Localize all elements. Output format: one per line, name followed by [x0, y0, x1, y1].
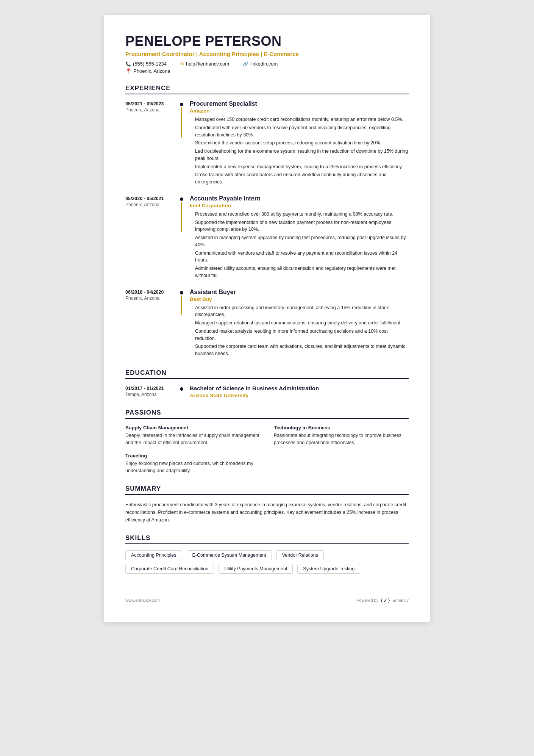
exp-location-1: Phoenix, Arizona	[125, 107, 178, 113]
education-item-1: 01/2017 - 01/2021 Tempe, Arizona Bachelo…	[125, 385, 409, 398]
exp-line-3	[181, 296, 182, 315]
candidate-name: PENELOPE PETERSON	[125, 33, 409, 49]
exp-company-2: Intel Corporation	[190, 203, 409, 208]
edu-dates-1: 01/2017 - 01/2021	[125, 385, 178, 391]
footer: www.enhancv.com Powered by ⟨✓⟩ Enhancv	[125, 592, 409, 604]
bullet-item: Coordinated with over 50 vendors to reso…	[190, 124, 409, 139]
passion-title-3: Traveling	[125, 453, 260, 459]
passion-item-1: Supply Chain Management Deeply intereste…	[125, 425, 260, 446]
exp-dates-3: 06/2018 - 04/2020	[125, 289, 178, 295]
passion-item-3: Traveling Enjoy exploring new places and…	[125, 453, 260, 474]
brand-icon: ⟨✓⟩	[381, 597, 390, 604]
experience-heading: EXPERIENCE	[125, 85, 409, 94]
experience-item-2: 05/2020 - 05/2021 Phoenix, Arizona Accou…	[125, 195, 409, 280]
bullet-item: Assisted in order processing and invento…	[190, 304, 409, 319]
summary-text: Enthusiastic procurement coordinator wit…	[125, 501, 409, 524]
exp-bullets-1: Managed over 150 corporate credit card r…	[190, 116, 409, 186]
exp-line-1	[181, 107, 182, 138]
exp-location-2: Phoenix, Arizona	[125, 202, 178, 207]
location-icon: 📍	[125, 68, 131, 74]
bullet-item: Conducted market analysis resulting in m…	[190, 328, 409, 342]
bullet-item: Cross-trained with other coordinators an…	[190, 171, 409, 186]
skills-rows: Accounting Principles E-Commerce System …	[125, 550, 409, 574]
exp-role-1: Procurement Specialist	[190, 100, 409, 107]
experience-item-3: 06/2018 - 04/2020 Phoenix, Arizona Assis…	[125, 289, 409, 358]
skills-heading: SKILLS	[125, 534, 409, 544]
linkedin-contact: 🔗 linkedin.com	[243, 61, 278, 67]
bullet-item: Supported the implementation of a new ta…	[190, 219, 409, 233]
exp-timeline-3	[178, 289, 184, 315]
bullet-item: Administered utility accounts, ensuring …	[190, 265, 409, 279]
linkedin-icon: 🔗	[243, 61, 248, 67]
skill-badge-5: Utility Payments Management	[219, 564, 293, 574]
location-text: Phoenix, Arizona	[133, 68, 170, 74]
exp-line-2	[181, 202, 182, 232]
location-row: 📍 Phoenix, Arizona	[125, 68, 409, 74]
edu-school-1: Arizona State University	[190, 393, 409, 398]
exp-dates-1: 06/2021 - 09/2023	[125, 100, 178, 106]
skills-section: SKILLS Accounting Principles E-Commerce …	[125, 534, 409, 574]
header-section: PENELOPE PETERSON Procurement Coordinato…	[125, 33, 409, 74]
email-contact: ✉ help@enhancv.com	[180, 61, 229, 67]
skills-row-1: Accounting Principles E-Commerce System …	[125, 550, 409, 560]
skill-badge-6: System Upgrade Testing	[297, 564, 360, 574]
passion-desc-3: Enjoy exploring new places and cultures,…	[125, 460, 260, 474]
exp-content-3: Assistant Buyer Best Buy Assisted in ord…	[184, 289, 409, 358]
passion-item-2: Technology in Business Passionate about …	[274, 425, 409, 446]
exp-dot-2	[180, 197, 183, 201]
exp-dates-2: 05/2020 - 05/2021	[125, 195, 178, 201]
exp-left-3: 06/2018 - 04/2020 Phoenix, Arizona	[125, 289, 178, 301]
phone-contact: 📞 (555) 555-1234	[125, 61, 167, 67]
footer-website: www.enhancv.com	[125, 598, 160, 603]
skill-badge-4: Corporate Credit Card Reconciliation	[125, 564, 214, 574]
exp-bullets-2: Processed and reconciled over 300 utilit…	[190, 211, 409, 279]
candidate-title: Procurement Coordinator | Accounting Pri…	[125, 51, 409, 57]
exp-dot-1	[180, 103, 183, 106]
email-icon: ✉	[180, 61, 184, 67]
exp-timeline-2	[178, 195, 184, 232]
powered-by-label: Powered by	[356, 598, 378, 603]
brand-name: Enhancv	[392, 598, 409, 603]
edu-left-1: 01/2017 - 01/2021 Tempe, Arizona	[125, 385, 178, 397]
contact-row: 📞 (555) 555-1234 ✉ help@enhancv.com 🔗 li…	[125, 61, 409, 67]
exp-timeline-1	[178, 100, 184, 138]
exp-content-2: Accounts Payable Intern Intel Corporatio…	[184, 195, 409, 280]
exp-left-2: 05/2020 - 05/2021 Phoenix, Arizona	[125, 195, 178, 207]
exp-left-1: 06/2021 - 09/2023 Phoenix, Arizona	[125, 100, 178, 113]
experience-section: EXPERIENCE 06/2021 - 09/2023 Phoenix, Ar…	[125, 85, 409, 358]
phone-number: (555) 555-1234	[133, 61, 167, 67]
email-address: help@enhancv.com	[186, 61, 229, 67]
edu-dot-1	[180, 387, 183, 391]
passions-heading: PASSIONS	[125, 409, 409, 419]
exp-location-3: Phoenix, Arizona	[125, 296, 178, 301]
linkedin-url: linkedin.com	[250, 61, 278, 67]
exp-content-1: Procurement Specialist Amazon Managed ov…	[184, 100, 409, 187]
skill-badge-2: E-Commerce System Management	[187, 550, 272, 560]
experience-item-1: 06/2021 - 09/2023 Phoenix, Arizona Procu…	[125, 100, 409, 187]
bullet-item: Streamlined the vendor account setup pro…	[190, 139, 409, 147]
phone-icon: 📞	[125, 61, 131, 67]
passions-grid: Supply Chain Management Deeply intereste…	[125, 425, 409, 474]
exp-role-3: Assistant Buyer	[190, 289, 409, 296]
bullet-item: Supported the corporate card team with a…	[190, 343, 409, 357]
summary-heading: SUMMARY	[125, 485, 409, 495]
exp-company-3: Best Buy	[190, 296, 409, 302]
skill-badge-3: Vendor Relations	[276, 550, 324, 560]
bullet-item: Led troubleshooting for the e-commerce s…	[190, 148, 409, 162]
passion-title-1: Supply Chain Management	[125, 425, 260, 430]
skill-badge-1: Accounting Principles	[125, 550, 182, 560]
summary-section: SUMMARY Enthusiastic procurement coordin…	[125, 485, 409, 524]
bullet-item: Communicated with vendors and staff to r…	[190, 250, 409, 264]
passion-desc-2: Passionate about integrating technology …	[274, 432, 409, 446]
education-heading: EDUCATION	[125, 369, 409, 379]
exp-bullets-3: Assisted in order processing and invento…	[190, 304, 409, 357]
edu-location-1: Tempe, Arizona	[125, 392, 178, 397]
passion-title-2: Technology in Business	[274, 425, 409, 430]
exp-company-1: Amazon	[190, 108, 409, 114]
bullet-item: Processed and reconciled over 300 utilit…	[190, 211, 409, 218]
edu-content-1: Bachelor of Science in Business Administ…	[184, 385, 409, 398]
bullet-item: Implemented a new expense management sys…	[190, 163, 409, 171]
bullet-item: Managed over 150 corporate credit card r…	[190, 116, 409, 123]
bullet-item: Managed supplier relationships and commu…	[190, 319, 409, 327]
education-section: EDUCATION 01/2017 - 01/2021 Tempe, Arizo…	[125, 369, 409, 398]
